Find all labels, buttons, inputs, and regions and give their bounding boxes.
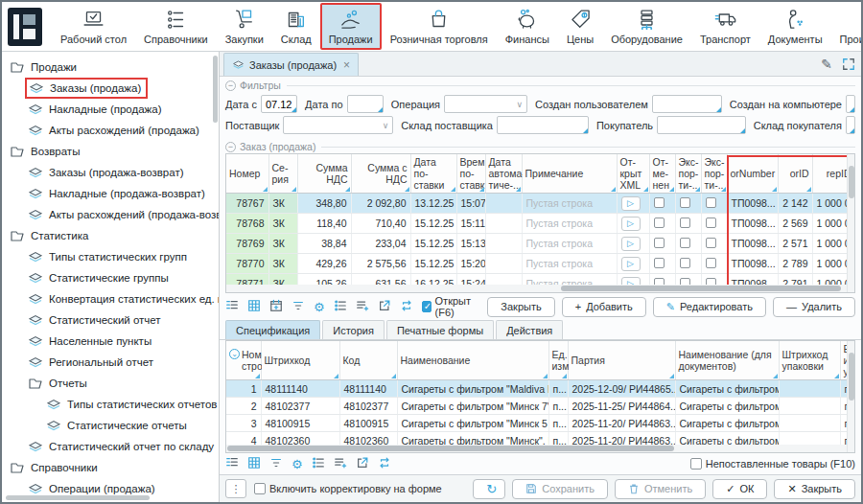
date-from-input[interactable] <box>262 96 296 112</box>
sidebar-vertical-scrollbar[interactable] <box>213 56 218 123</box>
numbered-list-icon[interactable] <box>312 456 325 471</box>
col-header-row-number[interactable]: ⌄Номер строки <box>226 341 261 380</box>
tab-close-icon[interactable]: × <box>343 58 350 72</box>
sidebar-folder-sales[interactable]: Продажи <box>2 57 219 78</box>
table-row[interactable]: 2 48102377 48102377 Сигареты с фильтром … <box>226 398 854 415</box>
sidebar-item-regional-report[interactable]: Региональный отчет <box>2 352 219 373</box>
gear-icon[interactable]: ⚙ <box>314 301 325 313</box>
fullscreen-icon[interactable] <box>842 57 855 71</box>
circle-chevron-icon[interactable]: ⌄ <box>229 349 240 359</box>
exported-checkbox[interactable] <box>706 197 716 208</box>
col-header-name[interactable]: Наименование <box>397 341 548 380</box>
close-order-button[interactable]: Закрыть <box>487 297 554 317</box>
operation-select[interactable]: ∨ <box>444 95 527 113</box>
numbered-list-icon[interactable] <box>334 299 347 314</box>
buyer-warehouse-input[interactable] <box>847 117 854 133</box>
add-row-list-icon[interactable] <box>334 456 347 471</box>
ok-button[interactable]: ✓ОК <box>712 479 767 499</box>
filter-icon[interactable] <box>292 299 305 314</box>
cancelled-checkbox[interactable] <box>654 238 665 248</box>
unposted-goods-row[interactable]: Непоставленные товары (F10) <box>690 458 855 470</box>
toolbar-item-retail[interactable]: Розничная торговля <box>382 3 497 50</box>
open-external-icon[interactable] <box>356 456 369 471</box>
edit-pencil-icon[interactable]: ✎ <box>821 57 832 72</box>
cancelled-checkbox[interactable] <box>654 218 665 228</box>
sidebar-item-stat-groups[interactable]: Статистические группы <box>2 267 219 288</box>
col-header-barcode[interactable]: Штрихкод <box>261 341 339 380</box>
cancelled-checkbox[interactable] <box>654 197 665 208</box>
table-row[interactable]: 1 48111140 48111140 Сигареты с фильтром … <box>226 380 854 398</box>
table-row[interactable]: 78768 ЗК 118,40 710,40 15.12.25 15:11 Пу… <box>226 214 854 234</box>
date-to-input[interactable] <box>348 96 383 112</box>
toolbar-item-finance[interactable]: Финансы <box>497 3 558 50</box>
supplier-select[interactable]: ∨ <box>283 116 393 134</box>
open-xml-button[interactable]: ▷ <box>621 257 641 271</box>
col-header-delivery-time[interactable]: Врем по- ставк <box>456 154 485 194</box>
sidebar-item-stat-group-types[interactable]: Типы статистических групп <box>2 246 219 267</box>
filter-icon[interactable] <box>269 456 283 471</box>
adjust-on-form-row[interactable]: Включить корректировку на форме <box>254 483 442 494</box>
adjust-on-form-checkbox[interactable] <box>254 483 266 494</box>
toolbar-item-production[interactable]: Производство <box>831 3 861 50</box>
sidebar-item-stat-units-conversion[interactable]: Конвертация статистических ед. изм <box>2 288 219 309</box>
col-header-orid[interactable]: orID <box>778 154 812 194</box>
col-header-total-vat[interactable]: Сумма с НДС <box>351 154 410 194</box>
exported-checkbox[interactable] <box>706 238 716 248</box>
sidebar-item-invoices-sale[interactable]: Накладные (продажа) <box>2 99 219 120</box>
toolbar-item-transport[interactable]: Транспорт <box>691 3 759 50</box>
collapse-icon[interactable]: − <box>225 142 236 152</box>
toolbar-item-sales[interactable]: Продажи <box>320 3 382 50</box>
table-row[interactable]: 78769 ЗК 38,84 233,04 15.12.25 15:13 Пус… <box>226 234 854 254</box>
created-on-input[interactable] <box>847 96 854 112</box>
repeat-icon[interactable] <box>400 299 413 314</box>
exported-checkbox[interactable] <box>680 258 690 268</box>
exported-checkbox[interactable] <box>680 197 690 208</box>
col-header-auto-date[interactable]: Дата автома- тиче-... <box>485 154 522 194</box>
sidebar-item-stat-report-types[interactable]: Типы статистических отчетов <box>2 394 219 415</box>
table-row[interactable]: 78767 ЗК 348,80 2 092,80 13.12.25 15:07 … <box>226 194 854 214</box>
spec-vertical-scrollbar[interactable] <box>847 341 854 452</box>
table-row[interactable]: 78770 ЗК 429,26 2 575,56 15.12.25 15:20 … <box>226 254 854 274</box>
open-external-icon[interactable] <box>378 299 391 314</box>
cancel-button[interactable]: Отменить <box>615 479 706 499</box>
sidebar-item-orders-sale[interactable]: Заказы (продажа) <box>2 78 219 99</box>
collapse-icon[interactable]: − <box>225 80 236 91</box>
sidebar-horizontal-scrollbar[interactable] <box>6 495 150 500</box>
toolbar-item-purchases[interactable]: Закупки <box>217 3 272 50</box>
orders-horizontal-scrollbar[interactable] <box>226 285 847 292</box>
kebab-menu-button[interactable]: ⋮ <box>225 479 246 498</box>
toolbar-item-directories[interactable]: Справочники <box>135 3 217 50</box>
grid-view-icon[interactable] <box>247 299 261 314</box>
sidebar-item-stat-report-warehouse[interactable]: Статистический отчет по складу <box>2 436 219 457</box>
col-header-doc-name[interactable]: Наименование (для документов) <box>675 341 779 380</box>
sidebar-folder-statistics[interactable]: Статистика <box>2 225 219 246</box>
col-header-delivery-date[interactable]: Дата по- ставки <box>410 154 456 194</box>
grid-view-icon[interactable] <box>247 456 261 471</box>
sidebar-folder-returns[interactable]: Возвраты <box>2 141 219 162</box>
col-header-code[interactable]: Код <box>339 341 397 380</box>
col-header-number[interactable]: Номер <box>226 154 268 194</box>
sidebar-item-invoices-return[interactable]: Накладные (продажа-возврат) <box>2 183 219 204</box>
col-header-unit[interactable]: Ед. изм <box>548 341 568 380</box>
col-header-note[interactable]: Примечание <box>522 154 617 194</box>
delete-button[interactable]: —Удалить <box>773 297 855 317</box>
add-button[interactable]: +Добавить <box>562 297 646 317</box>
sidebar-item-stat-report[interactable]: Статистический отчет <box>2 309 219 331</box>
sidebar-item-settlements[interactable]: Населенные пункты <box>2 331 219 352</box>
calendar-icon[interactable] <box>269 299 283 314</box>
supplier-warehouse-input[interactable] <box>498 117 588 133</box>
exported-checkbox[interactable] <box>706 218 716 228</box>
cancelled-checkbox[interactable] <box>654 258 665 268</box>
sidebar-item-discrepancy-acts-return[interactable]: Акты расхождений (продажа-возвра <box>2 204 219 225</box>
refresh-button[interactable]: ↻ <box>473 479 505 499</box>
add-row-list-icon[interactable] <box>356 299 369 314</box>
save-button[interactable]: Сохранить <box>512 479 608 499</box>
toolbar-item-equipment[interactable]: Оборудование <box>602 3 691 50</box>
sidebar-folder-directories[interactable]: Справочники <box>2 457 219 478</box>
open-filter-checkbox-row[interactable]: Открыт (F6) <box>422 295 481 318</box>
toolbar-item-documents[interactable]: Документы <box>759 3 831 50</box>
toolbar-item-prices[interactable]: Цены <box>558 3 602 50</box>
tab-specification[interactable]: Спецификация <box>225 320 320 339</box>
col-header-batch[interactable]: Партия <box>568 341 675 380</box>
tab-actions[interactable]: Действия <box>496 320 563 339</box>
